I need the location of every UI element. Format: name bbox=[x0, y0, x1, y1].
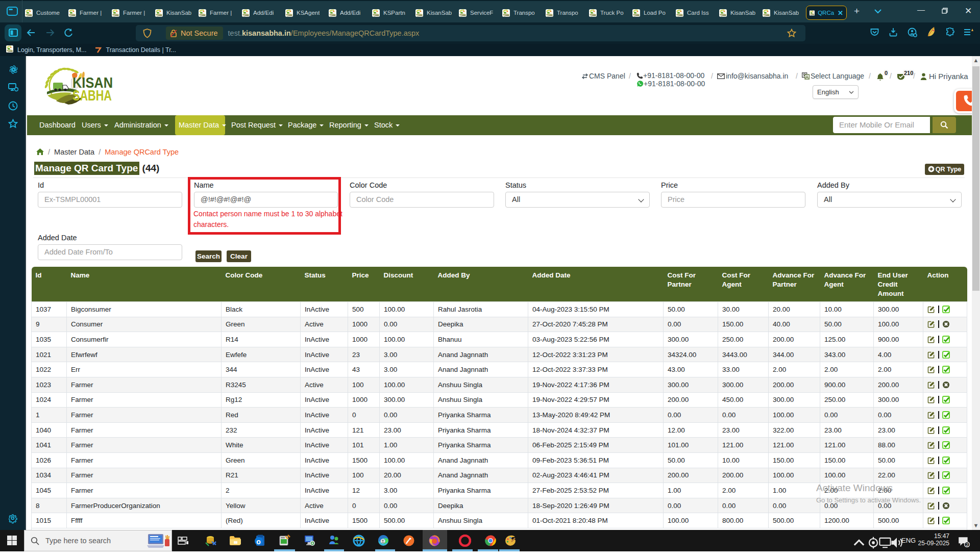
svg-text:2: 2 bbox=[966, 542, 968, 547]
svg-text:o: o bbox=[256, 538, 261, 546]
svg-text:SABHA: SABHA bbox=[72, 87, 112, 104]
